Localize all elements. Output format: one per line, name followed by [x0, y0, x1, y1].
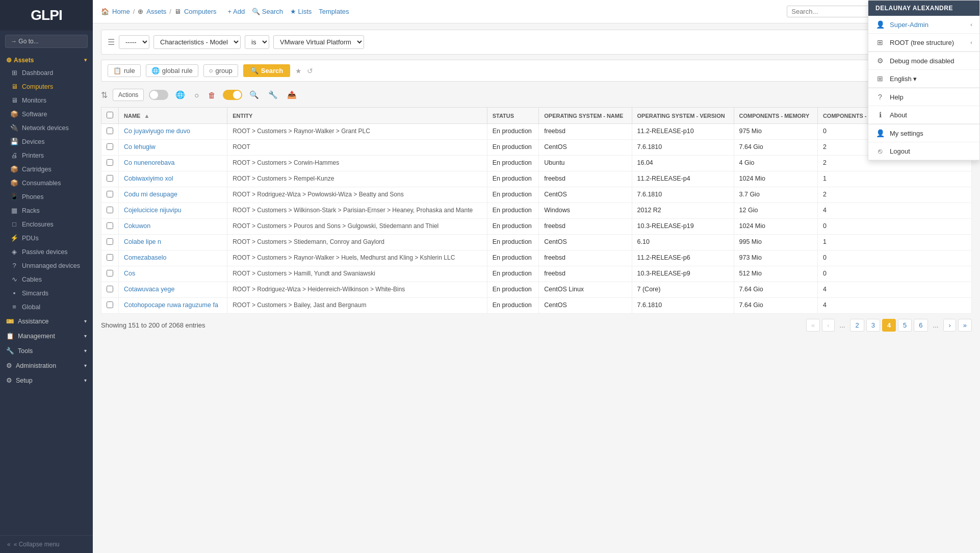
row-checkbox[interactable]: [107, 207, 113, 213]
table-row: Cotohopocape ruwa raguzume fa ROOT > Cus…: [101, 298, 972, 314]
computer-link[interactable]: Co nunenorebava: [124, 159, 174, 166]
search-button[interactable]: 🔍 Search: [243, 64, 290, 77]
page-3-button[interactable]: 3: [866, 319, 880, 332]
dropdown-item-help[interactable]: ? Help: [868, 88, 979, 106]
row-checkbox[interactable]: [107, 143, 113, 150]
row-checkbox[interactable]: [107, 270, 113, 276]
actions-button[interactable]: Actions: [113, 89, 144, 101]
computer-link[interactable]: Colabe lipe n: [124, 238, 161, 245]
filter-toggle-icon[interactable]: ☰: [108, 37, 115, 47]
computer-link[interactable]: Co juyaviyugo me duvo: [124, 128, 190, 135]
sidebar-item-unmanaged-devices[interactable]: ? Unmanaged devices: [0, 259, 93, 272]
dropdown-item-debug[interactable]: ⚙ Debug mode disabled: [868, 52, 979, 70]
sidebar-item-administration[interactable]: ⚙ Administration ▾: [0, 358, 93, 373]
sidebar-item-network-devices[interactable]: 🔌 Network devices: [0, 121, 93, 135]
computer-link[interactable]: Co lehugiw: [124, 143, 156, 150]
row-checkbox[interactable]: [107, 222, 113, 229]
page-2-button[interactable]: 2: [850, 319, 864, 332]
page-prev-button[interactable]: ‹: [822, 319, 834, 332]
globe-icon[interactable]: 🌐: [173, 89, 187, 100]
row-checkbox[interactable]: [107, 175, 113, 182]
cell-os-name: CentOS: [539, 140, 632, 156]
export-icon[interactable]: 📤: [285, 89, 299, 100]
filter-field-select[interactable]: Characteristics - Model: [153, 35, 241, 49]
page-first-button[interactable]: «: [806, 319, 820, 332]
sidebar-item-cables[interactable]: ∿ Cables: [0, 272, 93, 286]
row-checkbox[interactable]: [107, 159, 113, 166]
header-name[interactable]: NAME ▲: [119, 108, 227, 124]
page-next-button[interactable]: ›: [943, 319, 956, 332]
computer-link[interactable]: Cokuwon: [124, 222, 150, 230]
page-4-button[interactable]: 4: [882, 319, 896, 332]
filter-value-select[interactable]: VMware Virtual Platform: [273, 35, 364, 49]
computer-link[interactable]: Cojelucicice nijuvipu: [124, 207, 182, 214]
collapse-menu-button[interactable]: « « Collapse menu: [0, 535, 93, 553]
computer-link[interactable]: Codu mi desupage: [124, 191, 177, 198]
computer-link[interactable]: Comezabaselo: [124, 254, 166, 261]
filter-bar: ☰ ----- Characteristics - Model is VMwar…: [101, 30, 972, 55]
dropdown-item-logout[interactable]: ⎋ Logout: [868, 142, 979, 160]
sidebar-item-management[interactable]: 📋 Management ▾: [0, 329, 93, 343]
dropdown-item-root-tree[interactable]: ⊞ ROOT (tree structure) ‹: [868, 34, 979, 52]
topbar-search-button[interactable]: 🔍 Search: [252, 8, 283, 15]
topbar-add-button[interactable]: + Add: [228, 8, 245, 15]
sidebar-item-setup[interactable]: ⚙ Setup ▾: [0, 373, 93, 388]
row-checkbox[interactable]: [107, 254, 113, 261]
sidebar-item-pdus[interactable]: ⚡ PDUs: [0, 231, 93, 245]
computer-link[interactable]: Cobiwaxiyimo xol: [124, 175, 173, 182]
toggle-switch-1[interactable]: [149, 90, 168, 100]
trash-icon[interactable]: 🗑: [206, 90, 218, 100]
computer-link[interactable]: Cos: [124, 270, 135, 277]
assets-section[interactable]: ⊕Assets ▾: [0, 52, 93, 66]
page-last-button[interactable]: »: [958, 319, 972, 332]
search-input[interactable]: [791, 8, 873, 15]
page-6-button[interactable]: 6: [914, 319, 927, 332]
row-checkbox[interactable]: [107, 301, 113, 308]
refresh-icon[interactable]: ↺: [307, 67, 313, 75]
dropdown-item-settings[interactable]: 👤 My settings: [868, 124, 979, 142]
row-checkbox[interactable]: [107, 191, 113, 197]
dropdown-item-english[interactable]: ⊞ English ▾: [868, 70, 979, 88]
breadcrumb-assets[interactable]: Assets: [146, 8, 166, 15]
wrench-icon[interactable]: 🔧: [266, 89, 280, 100]
goto-button[interactable]: → Go to...: [5, 35, 88, 48]
circle-icon[interactable]: ○: [192, 90, 201, 100]
search-toolbar-icon[interactable]: 🔍: [247, 89, 261, 100]
filter-operator-select[interactable]: is: [245, 35, 269, 49]
sidebar-item-computers[interactable]: 🖥 Computers: [0, 80, 93, 93]
bookmark-icon[interactable]: ★: [295, 67, 302, 75]
sidebar-item-passive-devices[interactable]: ◈ Passive devices: [0, 245, 93, 259]
row-checkbox[interactable]: [107, 238, 113, 245]
global-rule-button[interactable]: 🌐 global rule: [146, 64, 198, 77]
row-checkbox[interactable]: [107, 286, 113, 292]
rule-button[interactable]: 📋 rule: [108, 64, 141, 77]
sidebar-item-software[interactable]: 📦 Software: [0, 107, 93, 121]
sidebar-item-enclosures[interactable]: □ Enclosures: [0, 217, 93, 231]
sidebar-item-monitors[interactable]: 🖥 Monitors: [0, 93, 93, 107]
computer-link[interactable]: Cotawuvaca yege: [124, 286, 174, 293]
sidebar-item-tools[interactable]: 🔧 Tools ▾: [0, 343, 93, 358]
sidebar-item-phones[interactable]: 📱 Phones: [0, 190, 93, 204]
group-button[interactable]: ○ group: [203, 64, 238, 77]
filter-criteria-select[interactable]: -----: [119, 35, 149, 49]
sidebar-item-assistance[interactable]: 🎫 Assistance ▾: [0, 314, 93, 329]
topbar-templates-button[interactable]: Templates: [319, 8, 349, 15]
dropdown-item-about[interactable]: ℹ About: [868, 106, 979, 124]
topbar-lists-button[interactable]: ★ Lists: [290, 8, 312, 15]
toggle-switch-2[interactable]: [223, 90, 242, 100]
select-all-checkbox[interactable]: [107, 112, 113, 118]
sidebar-item-consumables[interactable]: 📦 Consumables: [0, 176, 93, 190]
breadcrumb-computers[interactable]: Computers: [184, 8, 217, 15]
sidebar-item-simcards[interactable]: ▪ Simcards: [0, 286, 93, 300]
sidebar-item-devices[interactable]: 💾 Devices: [0, 135, 93, 148]
breadcrumb-home[interactable]: Home: [112, 8, 130, 15]
sidebar-item-dashboard[interactable]: ⊞ Dashboard: [0, 66, 93, 80]
page-5-button[interactable]: 5: [898, 319, 912, 332]
row-checkbox[interactable]: [107, 128, 113, 134]
dropdown-item-super-admin[interactable]: 👤 Super-Admin ‹: [868, 16, 979, 34]
computer-link[interactable]: Cotohopocape ruwa raguzume fa: [124, 301, 218, 309]
sidebar-item-racks[interactable]: ▦ Racks: [0, 204, 93, 217]
sidebar-item-printers[interactable]: 🖨 Printers: [0, 148, 93, 162]
sidebar-item-cartridges[interactable]: 📦 Cartridges: [0, 162, 93, 176]
sidebar-item-global[interactable]: ≡ Global: [0, 300, 93, 314]
